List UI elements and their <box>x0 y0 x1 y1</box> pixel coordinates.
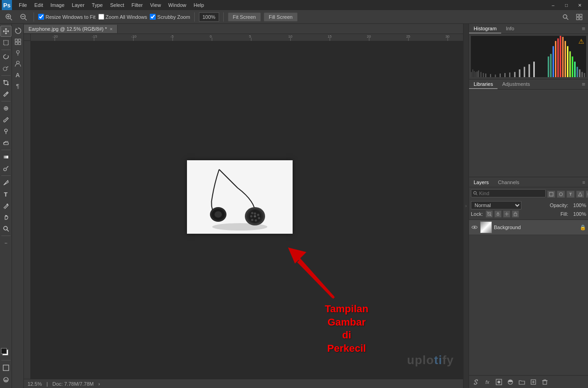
more-tools[interactable]: ··· <box>0 237 11 248</box>
tab-channels[interactable]: Channels <box>493 178 524 186</box>
scrubby-zoom-checkbox[interactable]: Scrubby Zoom <box>150 14 190 20</box>
layers-search <box>471 189 546 197</box>
menu-image[interactable]: Image <box>47 1 68 9</box>
clone-tool[interactable] <box>0 126 11 137</box>
resize-windows-checkbox[interactable]: Resize Windows to Fit <box>38 14 96 20</box>
tool-separator4 <box>1 150 11 150</box>
crop-tool[interactable] <box>0 77 11 88</box>
minimize-button[interactable]: – <box>547 0 560 10</box>
annotation-text: Tampilan Gambar di Perkecil <box>325 303 368 355</box>
rectangular-marquee-tool[interactable] <box>0 37 11 48</box>
histogram-display: ⚠ <box>471 36 586 77</box>
doc-tab-close[interactable]: × <box>110 26 113 32</box>
kind-adjustment-icon[interactable] <box>557 191 565 198</box>
svg-rect-64 <box>472 69 473 77</box>
menu-type[interactable]: Type <box>89 1 106 9</box>
zoom-all-windows-checkbox[interactable]: Zoom All Windows <box>98 14 147 20</box>
svg-line-99 <box>476 194 478 196</box>
layer-fx-icon[interactable]: fx <box>482 377 492 387</box>
gradient-tool[interactable] <box>0 152 11 163</box>
quick-select-tool[interactable] <box>0 63 11 74</box>
quick-mask[interactable] <box>0 374 11 385</box>
layers-options[interactable]: ≡ <box>580 178 588 186</box>
zoom-tool[interactable] <box>0 223 11 234</box>
healing-tool[interactable] <box>0 103 11 114</box>
text-panel-icon[interactable]: A <box>13 70 23 80</box>
lock-image-icon[interactable] <box>494 210 502 218</box>
svg-rect-80 <box>529 64 530 77</box>
close-button[interactable]: ✕ <box>573 0 586 10</box>
text-tool[interactable]: T <box>0 189 11 200</box>
kind-pixel-icon[interactable] <box>547 191 555 198</box>
menu-select[interactable]: Select <box>107 1 128 9</box>
lasso-tool[interactable] <box>0 51 11 62</box>
separator2 <box>194 12 195 22</box>
menu-view[interactable]: View <box>147 1 164 9</box>
menu-filter[interactable]: Filter <box>128 1 146 9</box>
adjustment-icon[interactable] <box>13 37 23 47</box>
kind-smart-icon[interactable] <box>586 191 588 198</box>
lock-transparent-icon[interactable] <box>486 210 493 218</box>
history-icon[interactable] <box>13 26 23 36</box>
brush-tool[interactable] <box>0 114 11 125</box>
menu-help[interactable]: Help <box>190 1 207 9</box>
svg-rect-91 <box>569 51 571 77</box>
ruler-top <box>31 34 463 41</box>
menu-window[interactable]: Window <box>165 1 189 9</box>
zoom-out-icon[interactable] <box>17 11 29 23</box>
menu-edit[interactable]: Edit <box>31 1 46 9</box>
people-icon[interactable] <box>13 59 23 69</box>
screen-mode[interactable] <box>0 362 11 373</box>
lock-row: Lock: Fill: 100% <box>471 210 586 218</box>
tab-bar: Earphone.jpg @ 12.5% (RGB/8#) * × <box>24 24 463 34</box>
libraries-options[interactable]: ≡ <box>579 79 588 89</box>
zoom-in-icon[interactable] <box>3 11 15 23</box>
eraser-tool[interactable] <box>0 137 11 148</box>
status-arrow[interactable]: › <box>98 381 100 387</box>
search-icon[interactable] <box>560 11 571 23</box>
workspace-icon[interactable] <box>573 11 585 23</box>
eyedropper-tool[interactable] <box>0 89 11 100</box>
dodge-tool[interactable] <box>0 163 11 174</box>
ruler-row <box>24 34 463 41</box>
layer-adjustment-icon[interactable] <box>505 377 515 387</box>
zoom-value-input[interactable] <box>199 12 219 22</box>
blend-mode-select[interactable]: Normal <box>471 201 521 209</box>
path-select-tool[interactable] <box>0 200 11 211</box>
layer-delete-icon[interactable] <box>540 377 550 387</box>
histogram-options[interactable]: ≡ <box>579 24 588 34</box>
tab-info[interactable]: Info <box>501 24 519 34</box>
tab-adjustments[interactable]: Adjustments <box>498 80 535 89</box>
canvas-area[interactable]: Tampilan Gambar di Perkecil uplotify <box>31 41 463 379</box>
right-collapse-handle[interactable]: › <box>463 24 469 388</box>
tab-layers[interactable]: Layers <box>469 178 493 186</box>
kind-search-input[interactable] <box>479 191 543 196</box>
menu-file[interactable]: File <box>16 1 30 9</box>
layer-folder-icon[interactable] <box>517 377 527 387</box>
hand-tool[interactable] <box>0 212 11 223</box>
lock-all-icon[interactable] <box>512 210 519 218</box>
move-tool[interactable] <box>0 26 11 37</box>
kind-shape-icon[interactable] <box>576 191 584 198</box>
fill-screen-button[interactable]: Fill Screen <box>264 12 298 22</box>
icons-panel: A ¶ <box>12 24 24 388</box>
paragraph-icon[interactable]: ¶ <box>13 81 23 91</box>
layer-new-icon[interactable] <box>528 377 538 387</box>
menu-layer[interactable]: Layer <box>68 1 88 9</box>
maximize-button[interactable]: □ <box>560 0 573 10</box>
color-swatches[interactable] <box>1 348 11 358</box>
layer-mask-icon[interactable] <box>494 377 504 387</box>
library-icon[interactable] <box>13 48 23 58</box>
fit-screen-button[interactable]: Fit Screen <box>228 12 261 22</box>
pen-tool[interactable] <box>0 177 11 188</box>
main-layout: T ··· <box>0 24 588 388</box>
layer-link-icon[interactable] <box>471 377 481 387</box>
tab-libraries[interactable]: Libraries <box>469 80 498 89</box>
opacity-value: 100% <box>570 202 586 208</box>
lock-position-icon[interactable] <box>503 210 510 218</box>
tab-histogram[interactable]: Histogram <box>469 24 501 34</box>
kind-text-icon[interactable]: T <box>566 191 575 198</box>
layer-background[interactable]: Background 🔒 <box>469 220 588 235</box>
layer-visibility-icon[interactable] <box>471 224 478 231</box>
document-tab[interactable]: Earphone.jpg @ 12.5% (RGB/8#) * × <box>24 25 118 33</box>
